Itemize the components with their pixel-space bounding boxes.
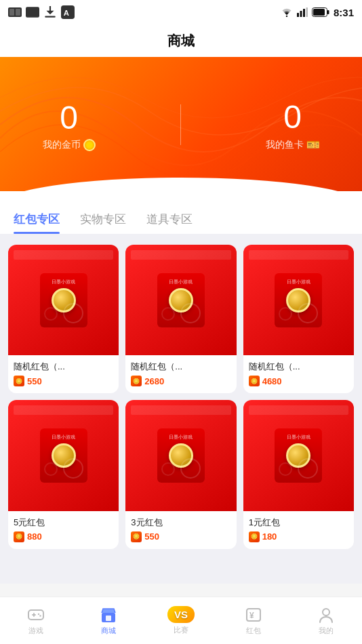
envelope-decor2 xyxy=(44,307,58,321)
product-price: 🪙 2680 xyxy=(131,376,230,386)
product-price: 🪙 550 xyxy=(14,376,113,386)
envelope-decor2 xyxy=(161,462,175,476)
product-grid: 日墨小游戏 随机红包（... 🪙 550 日墨小游戏 xyxy=(8,245,354,549)
svg-rect-1 xyxy=(9,9,14,16)
nav-label-vs: 比赛 xyxy=(174,625,188,635)
nav-item-mine[interactable]: 我的 xyxy=(289,606,362,636)
envelope-decor xyxy=(298,303,318,323)
envelope-decor xyxy=(180,458,201,479)
download-icon xyxy=(43,5,57,19)
mine-nav-icon xyxy=(317,606,335,624)
bottom-navigation: 游戏 商城 VS 比赛 ¥ 红包 我的 xyxy=(0,597,362,644)
fish-amount: 0 xyxy=(266,98,320,136)
tab-redpacket[interactable]: 红包专区 xyxy=(14,212,60,234)
product-name: 3元红包 xyxy=(131,517,230,529)
product-price: 🪙 180 xyxy=(249,531,348,542)
battery-icon xyxy=(312,7,329,17)
product-section: 日墨小游戏 随机红包（... 🪙 550 日墨小游戏 xyxy=(0,234,362,584)
clock: 8:31 xyxy=(334,7,354,18)
product-name: 1元红包 xyxy=(249,517,348,529)
svg-rect-9 xyxy=(300,11,302,17)
svg-point-16 xyxy=(38,613,39,614)
game-icon xyxy=(8,5,22,19)
envelope-decor xyxy=(298,458,318,479)
product-info: 1元红包 🪙 180 xyxy=(243,511,354,549)
product-card[interactable]: 日墨小游戏 随机红包（... 🪙 4680 xyxy=(243,245,354,393)
price-icon: 🪙 xyxy=(249,531,260,542)
envelope-decor2 xyxy=(44,462,58,476)
coin-icon xyxy=(83,139,96,151)
envelope-decor2 xyxy=(279,307,292,321)
nav-label-mine: 我的 xyxy=(319,626,334,636)
svg-text:A: A xyxy=(64,9,69,17)
price-icon: 🪙 xyxy=(131,376,142,386)
wave-divider xyxy=(0,191,362,212)
nav-item-redpacket[interactable]: ¥ 红包 xyxy=(217,606,289,636)
signal-icon xyxy=(297,7,308,17)
product-image: 日墨小游戏 xyxy=(243,245,354,355)
nav-label-shop: 商城 xyxy=(101,626,116,636)
svg-point-17 xyxy=(40,615,41,616)
envelope-label: 日墨小游戏 xyxy=(287,279,310,285)
fish-label: 我的鱼卡 🎫 xyxy=(266,138,320,151)
product-name: 随机红包（... xyxy=(249,361,348,373)
wifi-icon xyxy=(281,7,293,17)
product-image: 日墨小游戏 xyxy=(125,245,236,355)
redpacket-nav-icon: ¥ xyxy=(245,606,262,624)
red-envelope: 日墨小游戏 xyxy=(40,273,87,327)
top-navigation: 商城 xyxy=(0,24,362,57)
game-nav-icon xyxy=(27,606,45,624)
product-image: 日墨小游戏 xyxy=(8,400,119,510)
svg-rect-11 xyxy=(306,7,308,17)
envelope-decor2 xyxy=(279,462,292,476)
red-envelope: 日墨小游戏 xyxy=(157,428,205,483)
svg-rect-3 xyxy=(26,7,39,18)
product-image: 日墨小游戏 xyxy=(8,245,119,355)
product-card[interactable]: 日墨小游戏 5元红包 🪙 880 xyxy=(8,400,119,548)
svg-rect-15 xyxy=(28,610,43,620)
fish-card-icon: 🎫 xyxy=(306,138,320,151)
coin-label: 我的金币 xyxy=(43,139,96,151)
product-card[interactable]: 日墨小游戏 3元红包 🪙 550 xyxy=(125,400,236,548)
tab-goods[interactable]: 实物专区 xyxy=(80,212,126,234)
page-title: 商城 xyxy=(167,32,195,50)
nav-label-game: 游戏 xyxy=(28,626,43,636)
product-card[interactable]: 日墨小游戏 1元红包 🪙 180 xyxy=(243,400,354,548)
envelope-label: 日墨小游戏 xyxy=(287,434,310,441)
product-info: 随机红包（... 🪙 550 xyxy=(8,355,119,393)
product-image: 日墨小游戏 xyxy=(125,400,236,510)
product-name: 随机红包（... xyxy=(131,361,230,373)
shop-nav-icon xyxy=(100,606,117,624)
svg-rect-2 xyxy=(16,9,20,16)
app-icon: A xyxy=(61,5,75,19)
red-envelope: 日墨小游戏 xyxy=(275,428,322,483)
svg-rect-10 xyxy=(303,9,305,17)
product-price: 🪙 4680 xyxy=(249,376,348,386)
nav-item-game[interactable]: 游戏 xyxy=(0,606,73,636)
product-info: 随机红包（... 🪙 2680 xyxy=(125,355,236,393)
status-right-icons: 8:31 xyxy=(281,7,354,18)
envelope-decor xyxy=(180,303,201,323)
status-left-icons: A xyxy=(8,5,75,19)
envelope-decor xyxy=(63,458,83,479)
red-envelope: 日墨小游戏 xyxy=(275,273,322,327)
tab-props[interactable]: 道具专区 xyxy=(146,212,193,234)
status-bar: A 8:31 xyxy=(0,0,362,24)
nav-item-vs[interactable]: VS 比赛 xyxy=(145,606,218,635)
envelope-label: 日墨小游戏 xyxy=(52,279,75,285)
nav-item-shop[interactable]: 商城 xyxy=(73,606,145,636)
product-card[interactable]: 日墨小游戏 随机红包（... 🪙 550 xyxy=(8,245,119,393)
envelope-label: 日墨小游戏 xyxy=(169,279,193,285)
svg-text:¥: ¥ xyxy=(249,611,254,620)
category-tabs: 红包专区 实物专区 道具专区 xyxy=(0,212,362,234)
hero-banner: 0 我的金币 0 我的鱼卡 🎫 xyxy=(0,57,362,193)
envelope-decor xyxy=(63,303,83,323)
red-envelope: 日墨小游戏 xyxy=(157,273,205,327)
product-card[interactable]: 日墨小游戏 随机红包（... 🪙 2680 xyxy=(125,245,236,393)
price-icon: 🪙 xyxy=(249,376,260,386)
price-icon: 🪙 xyxy=(131,531,142,542)
coin-amount: 0 xyxy=(43,99,96,136)
envelope-decor2 xyxy=(161,307,175,321)
fish-section: 0 我的鱼卡 🎫 xyxy=(266,98,320,151)
nav-label-redpacket: 红包 xyxy=(246,626,261,636)
